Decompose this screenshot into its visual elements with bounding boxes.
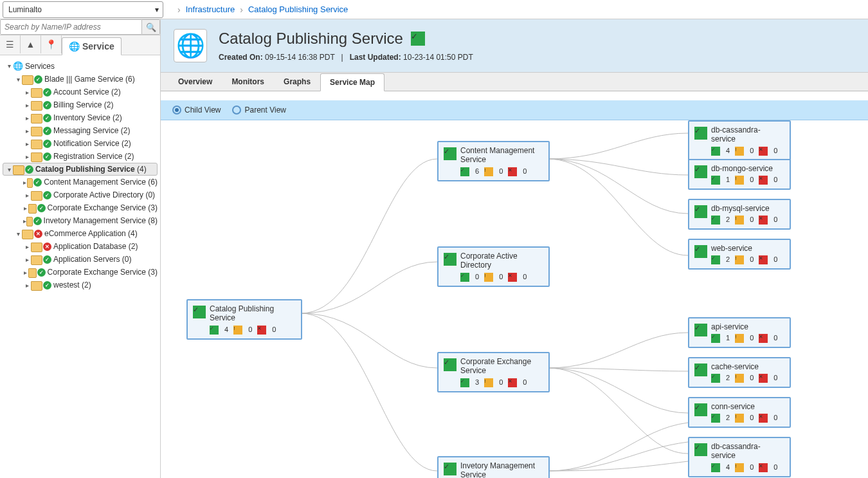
map-node-cad[interactable]: Corporate Active Directory 0 0 0: [437, 246, 550, 287]
status-ok-icon: [43, 255, 51, 264]
status-ok-icon: [43, 152, 51, 161]
tree-item[interactable]: ▸ westest (2): [0, 279, 160, 291]
folder-icon: [31, 127, 41, 135]
map-node-dbmy[interactable]: db-mysql-service 2 0 0: [688, 199, 791, 230]
caret-right-icon: ▸: [23, 282, 31, 289]
tree-item[interactable]: ▸ Application Database (2): [0, 240, 160, 253]
tree-count: (2): [129, 242, 138, 251]
tree-root[interactable]: ▾ 🌐 Services: [0, 59, 160, 73]
location-view-tab[interactable]: 📍: [41, 35, 62, 53]
caret-right-icon: ▸: [23, 153, 31, 160]
status-ok-icon: [694, 127, 707, 140]
list-view-tab[interactable]: ☰: [0, 35, 21, 53]
tree-item[interactable]: ▸ Application Servers (0): [0, 253, 160, 266]
map-node-root[interactable]: Catalog Publishing Service 4 0 0: [186, 299, 302, 340]
tree-item[interactable]: ▸ Corporate Active Directory (0): [0, 188, 160, 201]
status-ok-icon: [193, 306, 206, 318]
folder-icon: [31, 255, 41, 264]
folder-icon: [31, 101, 41, 109]
tree-label: Registration Service: [53, 152, 122, 161]
service-type-icon: 🌐: [174, 29, 207, 62]
tree-label: Catalog Publishing Service: [35, 165, 135, 174]
node-title: db-mongo-service: [711, 164, 781, 173]
tree-item[interactable]: ▸ Messaging Service (2): [0, 124, 160, 137]
folder-open-icon: [22, 75, 32, 84]
node-title: Content Management Service: [460, 146, 543, 165]
folder-icon: [31, 114, 41, 122]
tree-label: Corporate Exchange Service: [48, 203, 146, 212]
search-button[interactable]: 🔍: [142, 19, 160, 35]
folder-icon: [27, 178, 32, 187]
tree-item[interactable]: ▸ Corporate Exchange Service (3): [0, 266, 160, 279]
tree-count: (2): [111, 87, 121, 97]
tab-monitors[interactable]: Monitors: [222, 73, 274, 91]
caret-right-icon: ▸: [23, 127, 31, 134]
breadcrumb-catalog[interactable]: Catalog Publishing Service: [248, 5, 348, 14]
tree-item[interactable]: ▸ Content Management Service (6): [0, 176, 160, 188]
map-node-cms[interactable]: Content Management Service 6 0 0: [437, 141, 550, 181]
hierarchy-view-tab[interactable]: ▲: [21, 35, 41, 53]
caret-right-icon: ▸: [23, 205, 28, 212]
map-node-dbcas2[interactable]: db-cassandra-service 4 0 0: [688, 437, 791, 477]
tree-label: Notification Service: [53, 139, 120, 148]
status-err-icon: [43, 243, 51, 251]
tree-label: Inventory Sevice: [53, 113, 111, 122]
caret-right-icon: ▸: [23, 89, 31, 96]
service-tab-label: Service: [82, 41, 114, 51]
status-ok-icon: [43, 281, 51, 290]
tree-item[interactable]: ▸ Registration Service (2): [0, 150, 160, 163]
node-counts: 1 0 0: [711, 333, 781, 343]
tree-label: Billing Service: [53, 100, 102, 109]
map-node-ims[interactable]: Invetory Management Service: [437, 456, 550, 478]
tree-item-catalog[interactable]: ▾ Catalog Publishing Service (4): [3, 163, 158, 176]
radio-parent-view[interactable]: [232, 106, 241, 115]
node-counts: 4 0 0: [711, 462, 784, 472]
tree-item[interactable]: ▸ Inventory Sevice (2): [0, 111, 160, 124]
service-view-tab[interactable]: 🌐 Service: [62, 37, 122, 55]
service-map[interactable]: Catalog Publishing Service 4 0 0 Content…: [161, 120, 868, 478]
status-ok-icon: [444, 147, 457, 160]
status-ok-icon: [34, 75, 42, 84]
node-counts: 0 0 0: [460, 271, 543, 282]
tree-count: (0): [145, 190, 155, 199]
org-dropdown[interactable]: Luminalto ▾: [3, 1, 163, 18]
map-node-conn[interactable]: conn-service 2 0 0: [688, 397, 791, 428]
node-title: db-cassandra-service: [711, 125, 784, 144]
tree-item[interactable]: ▸ Notification Service (2): [0, 137, 160, 150]
tree-count: (4): [137, 165, 147, 174]
tree-item-blade[interactable]: ▾ Blade ||| Game Service (6): [0, 73, 160, 86]
tab-service-map[interactable]: Service Map: [320, 73, 384, 91]
status-ok-icon: [43, 140, 51, 148]
caret-right-icon: ▸: [23, 192, 31, 199]
map-node-ces[interactable]: Corporate Exchange Service 3 0 0: [437, 352, 550, 392]
radio-child-view[interactable]: [172, 106, 181, 115]
tree-item[interactable]: ▸ Corporate Exchange Service (3): [0, 201, 160, 214]
node-counts: 2 0 0: [711, 372, 781, 383]
tree-count: (2): [121, 126, 131, 135]
tree-item[interactable]: ▸ Billing Service (2): [0, 98, 160, 111]
node-counts: 4 0 0: [711, 145, 784, 156]
map-node-api[interactable]: api-service 1 0 0: [688, 317, 791, 348]
map-node-dbmon[interactable]: db-mongo-service 1 0 0: [688, 159, 791, 190]
tab-overview[interactable]: Overview: [168, 73, 222, 91]
folder-icon: [28, 204, 35, 212]
caret-down-icon: ▾: [5, 62, 13, 69]
status-ok-icon: [33, 217, 42, 225]
tree-item[interactable]: ▸ Account Service (2): [0, 86, 160, 98]
map-node-cache[interactable]: cache-service 2 0 0: [688, 357, 791, 388]
node-counts: 2 0 0: [711, 412, 781, 423]
header-block: 🌐 Catalog Publishing Service Created On:…: [161, 19, 868, 73]
header-meta: Created On: 09-15-14 16:38 PDT | Last Up…: [219, 53, 473, 62]
tab-graphs[interactable]: Graphs: [274, 73, 320, 91]
tree-item-ecommerce[interactable]: ▾ eCommerce Application (4): [0, 227, 160, 240]
tree-item[interactable]: ▸ Invetory Management Service (8): [0, 214, 160, 227]
search-input[interactable]: [0, 19, 142, 35]
status-ok-icon: [43, 88, 51, 97]
dropdown-arrow-icon: ▾: [155, 5, 159, 14]
status-err-icon: [34, 230, 42, 238]
map-node-web[interactable]: web-service 2 0 0: [688, 239, 791, 270]
breadcrumb-infrastructure[interactable]: Infrastructure: [186, 5, 235, 14]
map-node-dbcas[interactable]: db-cassandra-service 4 0 0: [688, 120, 791, 161]
radio-parent-label: Parent View: [244, 106, 285, 115]
node-counts: 4 0 0: [210, 324, 296, 335]
